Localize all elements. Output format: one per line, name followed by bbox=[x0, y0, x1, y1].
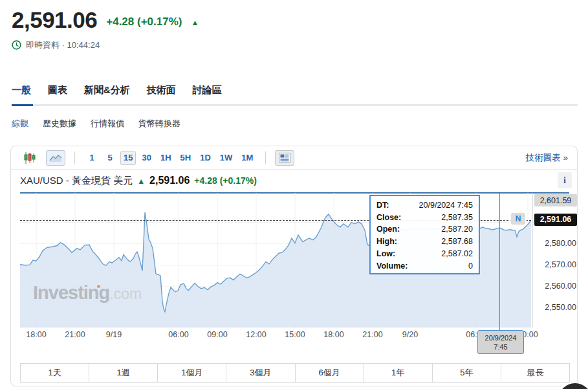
tab-圖表[interactable]: 圖表 bbox=[48, 84, 67, 104]
clock-icon bbox=[12, 40, 21, 50]
last-price: 2,591.06 bbox=[12, 8, 97, 33]
tab-一般[interactable]: 一般 bbox=[12, 84, 31, 104]
chart-price-change: +4.28 (+0.17%) bbox=[194, 175, 257, 186]
ohlc-value: 2,587.35 bbox=[441, 212, 473, 224]
ohlc-value: 2,587.02 bbox=[441, 248, 473, 260]
crosshair-date-tooltip: 20/9/2024 7:45 bbox=[477, 330, 524, 354]
ohlc-label: Volume: bbox=[376, 260, 408, 272]
interval-1D[interactable]: 1D bbox=[197, 151, 214, 165]
ohlc-label: DT: bbox=[376, 199, 389, 212]
range-3個月[interactable]: 3個月 bbox=[226, 364, 295, 382]
ohlc-value: 2,587.20 bbox=[441, 223, 473, 236]
interval-1W[interactable]: 1W bbox=[217, 151, 236, 165]
x-axis-label: 12:00 bbox=[241, 330, 272, 339]
news-event-badge[interactable]: N bbox=[511, 213, 525, 225]
current-price-tag: 2,591.06 bbox=[534, 214, 577, 226]
x-axis-label: 18:00 bbox=[318, 330, 349, 339]
range-1天[interactable]: 1天 bbox=[21, 364, 89, 382]
sub-tabs: 綜觀歷史數據行情報價貨幣轉換器 bbox=[12, 118, 180, 129]
candlestick-glyph bbox=[23, 151, 36, 164]
range-1週[interactable]: 1週 bbox=[89, 364, 158, 382]
chart-title-row: XAU/USD - 黃金現貨 美元 ▲ 2,591.06 +4.28 (+0.1… bbox=[20, 175, 257, 187]
chart-up-arrow-icon: ▲ bbox=[137, 177, 145, 186]
news-panel-icon[interactable] bbox=[275, 150, 294, 166]
tab-討論區[interactable]: 討論區 bbox=[193, 84, 222, 104]
range-1個月[interactable]: 1個月 bbox=[158, 364, 226, 382]
ohlc-label: Close: bbox=[376, 212, 401, 224]
interval-selector: 1515301H5H1D1W1M bbox=[84, 151, 256, 165]
ohlc-tooltip: DT:20/9/2024 7:45Close:2,587.35Open:2,58… bbox=[369, 195, 480, 274]
interval-1M[interactable]: 1M bbox=[238, 151, 256, 165]
ohlc-row: High:2,587.68 bbox=[376, 236, 473, 248]
up-arrow-icon: ▲ bbox=[191, 18, 199, 33]
range-最長[interactable]: 最長 bbox=[501, 364, 569, 382]
range-1年[interactable]: 1年 bbox=[364, 364, 433, 382]
investing-watermark: Investing .com bbox=[33, 282, 142, 304]
ohlc-label: High: bbox=[376, 236, 397, 248]
x-axis-label: 09:00 bbox=[202, 330, 233, 339]
subtab-行情報價[interactable]: 行情報價 bbox=[91, 118, 124, 129]
x-axis-label: 18:00 bbox=[21, 330, 52, 339]
x-axis-label: 21:00 bbox=[60, 330, 91, 339]
chart-last-price: 2,591.06 bbox=[149, 175, 190, 186]
watermark-dot bbox=[97, 285, 100, 288]
panel-glyph bbox=[279, 153, 290, 162]
info-icon[interactable]: i bbox=[558, 172, 572, 188]
interval-15[interactable]: 15 bbox=[120, 151, 136, 165]
x-axis-label: 9/19 bbox=[98, 330, 129, 339]
range-6個月[interactable]: 6個月 bbox=[296, 364, 364, 382]
technical-chart-link[interactable]: 技術圖表 » bbox=[526, 152, 568, 164]
date-tooltip-date: 20/9/2024 bbox=[485, 333, 517, 342]
ohlc-value: 2,587.68 bbox=[441, 236, 473, 248]
ohlc-row: Open:2,587.20 bbox=[376, 223, 473, 236]
subtab-貨幣轉換器[interactable]: 貨幣轉換器 bbox=[138, 118, 180, 129]
x-axis-label: 15:00 bbox=[279, 330, 310, 339]
tab-新聞&分析[interactable]: 新聞&分析 bbox=[84, 84, 130, 104]
active-tab-indicator bbox=[12, 104, 33, 106]
ohlc-label: Low: bbox=[376, 248, 395, 260]
y-axis-label: 2,550.00 bbox=[545, 303, 576, 312]
time-axis[interactable]: 18:0021:009/1906:0009:0012:0015:0018:002… bbox=[20, 330, 531, 342]
interval-5[interactable]: 5 bbox=[102, 151, 118, 165]
watermark-light: .com bbox=[109, 285, 142, 303]
subtab-歷史數據[interactable]: 歷史數據 bbox=[43, 118, 76, 129]
x-axis-label: 21:00 bbox=[357, 330, 388, 339]
ohlc-row: Close:2,587.35 bbox=[376, 212, 473, 224]
price-axis[interactable]: 2,601.59 2,591.06 2,580.002,570.002,560.… bbox=[532, 193, 578, 328]
session-high-tag: 2,601.59 bbox=[534, 194, 577, 206]
date-tooltip-time: 7:45 bbox=[494, 342, 507, 351]
tab-underline bbox=[12, 104, 578, 106]
interval-5H[interactable]: 5H bbox=[177, 151, 195, 165]
range-selector: 1天1週1個月3個月6個月1年5年最長 bbox=[20, 363, 570, 383]
y-axis-label: 2,580.00 bbox=[545, 239, 576, 248]
watermark-bold: Investing bbox=[33, 282, 109, 304]
ohlc-row: Volume:0 bbox=[376, 260, 473, 272]
x-axis-label: 9/20 bbox=[395, 330, 426, 339]
area-chart-icon[interactable] bbox=[46, 150, 65, 166]
main-tabs: 一般圖表新聞&分析技術面討論區 bbox=[12, 84, 578, 106]
crosshair-line bbox=[499, 193, 500, 331]
range-5年[interactable]: 5年 bbox=[433, 364, 501, 382]
tab-技術面[interactable]: 技術面 bbox=[147, 84, 176, 104]
ohlc-row: DT:20/9/2024 7:45 bbox=[376, 199, 473, 212]
toolbar-divider bbox=[265, 151, 266, 164]
y-axis-label: 2,560.00 bbox=[545, 282, 576, 291]
chart-toolbar: 1515301H5H1D1W1M 技術圖表 » bbox=[11, 146, 577, 170]
x-axis-label: 06:00 bbox=[163, 330, 194, 339]
realtime-status: 即時資料 · 10:44:24 bbox=[26, 39, 100, 51]
interval-30[interactable]: 30 bbox=[138, 151, 154, 165]
interval-1[interactable]: 1 bbox=[84, 151, 100, 165]
chart-instrument-name: XAU/USD - 黃金現貨 美元 bbox=[20, 175, 133, 187]
ohlc-label: Open: bbox=[376, 223, 400, 236]
price-change: +4.28 (+0.17%) bbox=[106, 16, 182, 33]
ohlc-row: Low:2,587.02 bbox=[376, 248, 473, 260]
area-glyph bbox=[49, 153, 62, 162]
ohlc-value: 20/9/2024 7:45 bbox=[419, 199, 473, 212]
chart-card: 1515301H5H1D1W1M 技術圖表 » XAU/USD - 黃金現貨 美… bbox=[10, 146, 578, 386]
subtab-綜觀[interactable]: 綜觀 bbox=[12, 118, 28, 129]
interval-1H[interactable]: 1H bbox=[157, 151, 175, 165]
y-axis-label: 2,570.00 bbox=[545, 260, 576, 269]
candlestick-chart-icon[interactable] bbox=[20, 150, 39, 166]
ohlc-value: 0 bbox=[468, 260, 473, 272]
toolbar-divider bbox=[74, 151, 75, 164]
